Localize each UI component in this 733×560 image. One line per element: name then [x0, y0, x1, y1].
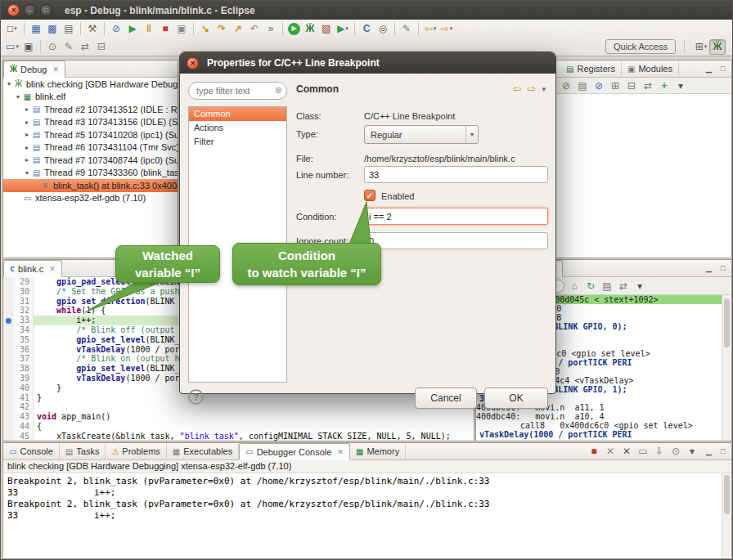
step-over-icon[interactable]: ↷ — [214, 21, 230, 37]
back-icon[interactable]: ⇦ — [513, 83, 522, 95]
dialog-titlebar[interactable]: ✕ Properties for C/C++ Line Breakpoint — [180, 52, 555, 74]
new-c-project-icon[interactable]: C — [358, 21, 375, 37]
add-breakpoint-icon[interactable]: + — [656, 78, 672, 93]
link-with-editor-icon[interactable]: ⇄ — [77, 39, 93, 55]
dialog-nav-item-actions[interactable]: Actions — [189, 121, 286, 135]
debug-tree-item[interactable]: ▸▤Thread #2 1073413512 (IDLE : Runn — [3, 103, 178, 116]
forward-icon[interactable]: ⇨ — [528, 83, 537, 95]
print-icon[interactable]: ▤ — [61, 21, 77, 37]
ignore-count-input[interactable] — [364, 232, 548, 249]
minimize-view-icon[interactable]: ▁ — [704, 446, 714, 457]
collapse-all-icon[interactable]: ⊟ — [623, 78, 640, 93]
debug-tree-item[interactable]: ▸▤Thread #6 1073431104 (Tmr Svc) (S — [3, 141, 178, 155]
remove-launch-icon[interactable]: ✕ — [602, 444, 618, 459]
console-output[interactable]: Breakpoint 2, blink_task (pvParameter=0x… — [3, 473, 722, 558]
remove-all-terminated-icon[interactable]: ✕ — [618, 444, 635, 459]
debug-tree-item[interactable]: ▾▦blink.elf — [3, 91, 178, 104]
maximize-view-icon[interactable]: □ — [717, 446, 728, 457]
disassembly-menu-icon[interactable]: ▾ — [632, 278, 648, 293]
step-return-icon[interactable]: ↗ — [230, 21, 246, 37]
disassembly-line[interactable]: call8 0x400dc6c0 <gpio_set_level> — [476, 421, 722, 430]
disassembly-line[interactable]: 400dbc40: movi.n a10, 4 — [476, 412, 722, 421]
terminate-icon[interactable]: ■ — [586, 444, 602, 459]
tab-debugger-console[interactable]: ▭Debugger Console✕ — [239, 443, 350, 460]
expand-arrow-icon[interactable]: ▸ — [23, 156, 31, 164]
editor-line[interactable]: 44{ — [3, 422, 474, 432]
sync-with-active-context-icon[interactable]: ⇄ — [615, 278, 632, 293]
tab-blink-c[interactable]: c blink.c ✕ — [3, 260, 62, 277]
ok-button[interactable]: OK — [484, 388, 548, 409]
tab-modules[interactable]: ▣Modules — [622, 60, 679, 77]
go-to-file-for-breakpoint-icon[interactable]: ▤ — [574, 78, 591, 93]
view-menu-icon[interactable]: ▾ — [672, 78, 689, 93]
collapse-arrow-icon[interactable]: ▾ — [23, 169, 31, 177]
window-titlebar[interactable]: ✕ – □ esp - Debug - blink/main/blink.c -… — [1, 1, 732, 20]
back-icon[interactable]: ⇦▾ — [422, 21, 438, 37]
open-console-icon[interactable]: ▭▾ — [4, 39, 20, 55]
console-scrollbar[interactable] — [722, 473, 731, 558]
pin-console-icon[interactable]: ⊙ — [668, 444, 684, 459]
resume-icon[interactable]: ▶ — [124, 21, 141, 37]
tab-executables[interactable]: ▦Executables — [167, 443, 239, 459]
refresh-icon[interactable]: ↻ — [582, 278, 599, 293]
dialog-nav-item-filter[interactable]: Filter — [189, 135, 286, 149]
window-close-button[interactable]: ✕ — [7, 4, 20, 16]
scrollbar-thumb[interactable] — [724, 475, 730, 514]
tab-problems[interactable]: ⚠Problems — [106, 443, 166, 459]
new-wizard-icon[interactable]: □▾ — [4, 21, 20, 37]
tab-registers[interactable]: ▤Registers — [560, 60, 622, 77]
expand-arrow-icon[interactable]: ▸ — [23, 119, 31, 126]
debug-tree-item[interactable]: ▾Ӝblink checking [GDB Hardware Debug — [3, 78, 178, 91]
debug-perspective-button[interactable]: Ӝ — [709, 39, 726, 55]
forward-icon[interactable]: ⇨▾ — [438, 21, 455, 37]
maximize-view-icon[interactable]: □ — [717, 263, 728, 274]
toggle-mark-occurrences-icon[interactable]: ✎ — [398, 21, 415, 37]
scroll-lock-icon[interactable]: ⇩ — [651, 444, 668, 459]
scrollbar-thumb[interactable] — [724, 298, 730, 347]
build-all-icon[interactable]: ⚒ — [84, 21, 101, 37]
debug-tree-item[interactable]: ▾▤Thread #9 1073433360 (blink_task — [3, 167, 178, 180]
debug-tree-item[interactable]: ▸▤Thread #3 1073413156 (IDLE) (Susp — [3, 116, 178, 129]
run-icon[interactable]: ▶ — [288, 23, 300, 35]
filter-input[interactable] — [188, 82, 287, 100]
external-tools-icon[interactable]: ▶▾ — [335, 21, 351, 37]
chevron-down-icon[interactable]: ▾ — [542, 85, 546, 93]
expand-all-icon[interactable]: ⊞ — [607, 78, 623, 93]
coverage-icon[interactable]: ▧ — [318, 21, 335, 37]
terminate-icon[interactable]: ■ — [157, 21, 173, 37]
save-icon[interactable]: ▦ — [28, 21, 44, 37]
debug-icon[interactable]: Ӝ — [302, 21, 318, 37]
collapse-arrow-icon[interactable]: ▾ — [14, 93, 22, 101]
dialog-close-button[interactable]: ✕ — [187, 57, 199, 69]
expand-arrow-icon[interactable]: ▸ — [23, 131, 31, 138]
close-icon[interactable]: ✕ — [337, 448, 344, 456]
home-icon[interactable]: ⌂ — [566, 278, 582, 293]
tab-console[interactable]: ▭Console — [3, 443, 60, 459]
editor-line[interactable]: 43void app_main() — [3, 412, 474, 422]
editor-line[interactable]: 41} — [3, 393, 474, 403]
open-terminal-icon[interactable]: ▣ — [20, 39, 37, 55]
debug-tree-item[interactable]: ▸▤Thread #5 1073410208 (ipc1) (Susp — [3, 128, 178, 141]
show-breakpoints-supported-icon[interactable]: ⊘ — [558, 78, 574, 93]
clear-console-icon[interactable]: ▭ — [635, 444, 651, 459]
cancel-button[interactable]: Cancel — [415, 388, 477, 409]
pin-editor-icon[interactable]: ⊙ — [44, 39, 61, 55]
step-into-icon[interactable]: ↘ — [197, 21, 214, 37]
line-number-input[interactable] — [364, 166, 548, 183]
save-all-icon[interactable]: ▩ — [44, 21, 61, 37]
debug-tree-item[interactable]: ≡blink_task() at blink.c:33 0x400db — [3, 179, 178, 192]
condition-input[interactable] — [364, 208, 548, 225]
clear-filter-icon[interactable]: ⊗ — [275, 85, 282, 96]
close-icon[interactable]: ✕ — [52, 65, 59, 74]
suspend-icon[interactable]: ‖ — [141, 21, 157, 37]
editor-line[interactable]: 45 xTaskCreate(&blink_task, "blink_task"… — [3, 432, 474, 441]
editor-line[interactable]: 42 — [3, 402, 474, 412]
collapse-arrow-icon[interactable]: ▾ — [5, 80, 13, 87]
instruction-stepping-icon[interactable]: » — [263, 21, 279, 37]
skip-all-breakpoints-icon[interactable]: ⊘ — [591, 78, 607, 93]
disassembly-line[interactable]: vTaskDelay(1000 / portTICK_PERI — [476, 430, 722, 439]
window-minimize-button[interactable]: – — [24, 4, 36, 16]
minimize-view-icon[interactable]: ▁ — [704, 263, 714, 274]
skip-all-breakpoints-icon[interactable]: ⊘ — [108, 21, 124, 37]
maximize-view-icon[interactable]: □ — [717, 64, 728, 74]
